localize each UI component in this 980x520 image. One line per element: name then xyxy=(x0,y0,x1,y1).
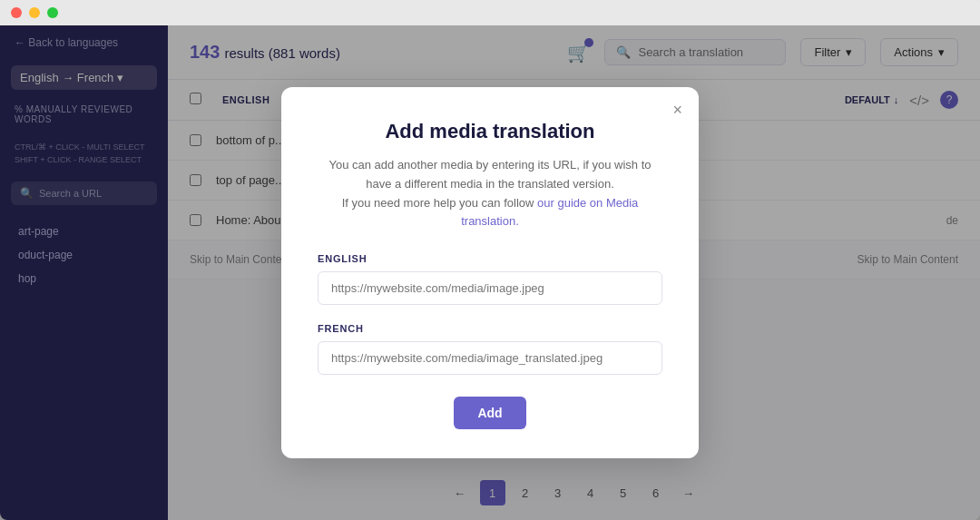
english-url-input[interactable] xyxy=(318,271,662,305)
maximize-button[interactable] xyxy=(47,7,58,18)
french-url-input[interactable] xyxy=(318,341,662,375)
minimize-button[interactable] xyxy=(29,7,40,18)
add-media-modal: × Add media translation You can add anot… xyxy=(281,87,699,458)
modal-close-button[interactable]: × xyxy=(672,102,682,118)
modal-description: You can add another media by entering it… xyxy=(318,156,662,231)
english-field-label: ENGLISH xyxy=(318,253,662,264)
modal-overlay[interactable]: × Add media translation You can add anot… xyxy=(0,25,980,520)
titlebar xyxy=(0,0,980,25)
modal-title: Add media translation xyxy=(318,120,662,143)
add-media-button[interactable]: Add xyxy=(454,397,526,429)
close-button[interactable] xyxy=(11,7,22,18)
french-field-label: FRENCH xyxy=(318,323,662,334)
app-window: ← Back to languages English → French ▾ %… xyxy=(0,0,980,520)
